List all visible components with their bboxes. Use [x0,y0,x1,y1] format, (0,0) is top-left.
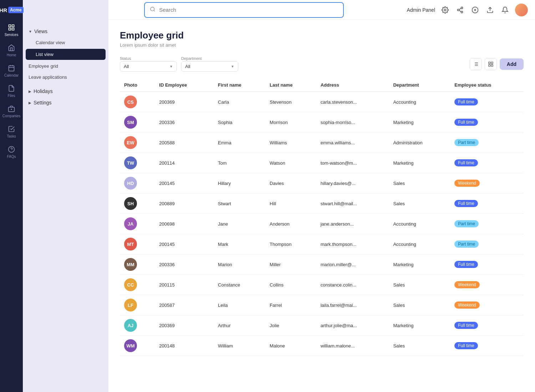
cell-photo: LF [120,295,155,315]
cell-lastname: Miller [265,254,316,275]
cell-photo: MM [120,254,155,275]
cell-lastname: Collins [265,275,316,295]
cell-firstname: Constance [214,275,265,295]
cell-firstname: Mark [214,234,265,254]
views-header[interactable]: ▼ Views [23,26,108,37]
status-select[interactable]: All ▼ [120,61,177,72]
cell-lastname: Stevenson [265,92,316,112]
cell-department: Marketing [389,112,450,133]
table-row[interactable]: MM 200336 Marion Miller marion.miller@..… [120,254,524,275]
table-row[interactable]: WM 200148 William Malone william.malone.… [120,336,524,356]
bell-icon[interactable] [500,5,510,15]
cell-department: Accounting [389,214,450,234]
sidebar-item-home[interactable]: Home [0,40,23,61]
sidebar-nav: HR Acme Services Home Calendar Files Com… [0,0,23,392]
search-input[interactable] [159,7,338,13]
table-row[interactable]: CS 200369 Carla Stevenson carla.stevenso… [120,92,524,112]
cell-firstname: Jane [214,214,265,234]
table-row[interactable]: EW 200588 Emma Williams emma.williams...… [120,133,524,153]
user-avatar[interactable] [515,4,528,16]
svg-rect-32 [491,62,493,64]
list-view-btn[interactable] [470,58,482,70]
cell-status: Full time [450,315,524,336]
cell-id: 200889 [155,194,214,214]
cell-address: stwart.hill@mail... [316,194,389,214]
sidebar-item-faqs[interactable]: FAQs [0,142,23,162]
status-badge: Part time [454,241,479,248]
col-lastname: Last name [265,79,316,92]
cell-address: jane.anderson... [316,214,389,234]
export-icon[interactable] [485,5,495,15]
sidebar-item-calendar[interactable]: Calendar [0,61,23,81]
cell-photo: JA [120,214,155,234]
grid-view-btn[interactable] [485,58,497,70]
cell-id: 200114 [155,153,214,173]
sidebar-item-holidays[interactable]: ▶ Holidays [23,86,108,97]
cell-photo: TW [120,153,155,173]
svg-rect-0 [9,25,11,27]
status-badge: Part time [454,139,479,146]
faqs-icon [7,145,15,153]
cell-address: carla.stevenson... [316,92,389,112]
table-row[interactable]: AJ 200369 Arthur Jolie arthur.jolie@ma..… [120,315,524,336]
cell-lastname: Thompson [265,234,316,254]
page-subtitle: Lorem ipsum dolor sit amet [120,42,524,48]
cell-firstname: Hillary [214,173,265,194]
cell-firstname: Tom [214,153,265,173]
cell-lastname: Watson [265,153,316,173]
cell-address: tom-watson@m... [316,153,389,173]
logo-area: HR Acme [0,0,23,20]
cell-photo: MT [120,234,155,254]
cell-lastname: Morrison [265,112,316,133]
add-button[interactable]: Add [500,58,524,70]
table-row[interactable]: LF 200587 Leila Farrel laila.farrel@mai.… [120,295,524,315]
status-badge: Part time [454,220,479,227]
table-row[interactable]: SM 200336 Sophia Morrison sophia-morriso… [120,112,524,133]
sidebar-item-services[interactable]: Services [0,20,23,40]
cell-status: Part time [450,133,524,153]
cell-lastname: Davies [265,173,316,194]
table-row[interactable]: TW 200114 Tom Watson tom-watson@m... Mar… [120,153,524,173]
sidebar-item-leave-applications[interactable]: Leave applications [23,72,108,83]
cell-department: Sales [389,336,450,356]
status-badge: Full time [454,119,478,126]
cell-id: 200369 [155,92,214,112]
cell-photo: HD [120,173,155,194]
cell-firstname: Sophia [214,112,265,133]
sidebar-views: ▼ Views Calendar view List view Employee… [23,0,108,392]
sidebar-item-settings[interactable]: ▶ Settings [23,97,108,108]
table-row[interactable]: JA 200698 Jane Anderson jane.anderson...… [120,214,524,234]
cell-id: 200145 [155,173,214,194]
search-wrapper [144,2,344,18]
table-row[interactable]: MT 200145 Mark Thompson mark.thompson...… [120,234,524,254]
sidebar-item-tasks[interactable]: Tasks [0,122,23,142]
table-row[interactable]: SH 200889 Stwart Hill stwart.hill@mail..… [120,194,524,214]
settings-icon[interactable] [440,5,450,15]
add-circle-icon[interactable] [470,5,480,15]
status-badge: Full time [454,322,478,329]
sidebar-item-list-view[interactable]: List view [26,49,106,60]
sidebar-item-files[interactable]: Files [0,81,23,101]
cell-lastname: Farrel [265,295,316,315]
cell-address: mark.thompson... [316,234,389,254]
department-select[interactable]: All ▼ [181,61,238,72]
table-row[interactable]: CC 200115 Constance Collins constance.co… [120,275,524,295]
cell-firstname: Emma [214,133,265,153]
sidebar-item-companies[interactable]: Companies [0,101,23,122]
companies-icon [7,105,15,113]
cell-photo: SH [120,194,155,214]
svg-point-15 [444,9,446,11]
sidebar-item-employee-grid[interactable]: Employee grid [23,61,108,72]
status-badge: Weekend [454,180,479,187]
col-firstname: First name [214,79,265,92]
svg-rect-4 [9,66,14,71]
share-icon[interactable] [455,5,465,15]
status-badge: Full time [454,98,478,105]
view-toggle: Add [470,58,524,70]
table-row[interactable]: HD 200145 Hillary Davies hillary.davies@… [120,173,524,194]
cell-address: marion.miller@... [316,254,389,275]
status-filter-label: Status [120,56,177,61]
status-badge: Full time [454,261,478,268]
sidebar-item-calendar-view[interactable]: Calendar view [23,37,108,48]
cell-id: 200336 [155,254,214,275]
